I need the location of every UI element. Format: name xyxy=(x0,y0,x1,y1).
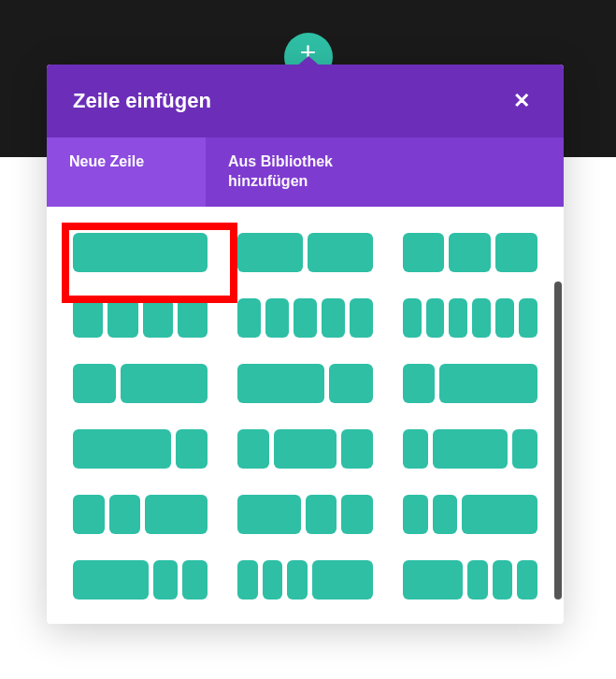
layout-column xyxy=(153,560,179,600)
modal-tabs: Neue Zeile Aus Bibliothek hinzufügen xyxy=(47,137,564,207)
layout-column xyxy=(312,560,373,600)
layout-column xyxy=(433,495,458,534)
layout-column xyxy=(308,233,373,272)
scrollbar-thumb[interactable] xyxy=(554,282,562,600)
layout-column xyxy=(426,298,445,338)
layout-column xyxy=(237,364,324,403)
layout-3-4-1-4[interactable] xyxy=(73,429,208,469)
layout-column xyxy=(237,429,269,469)
tab-new-row[interactable]: Neue Zeile xyxy=(47,137,206,207)
layout-column xyxy=(121,364,208,403)
modal-header: Zeile einfügen ✕ xyxy=(47,65,564,137)
layout-column xyxy=(449,233,491,272)
close-button[interactable]: ✕ xyxy=(506,85,537,117)
layout-column xyxy=(495,233,537,272)
layout-column xyxy=(403,429,428,469)
tab-from-library[interactable]: Aus Bibliothek hinzufügen xyxy=(206,137,365,207)
layout-column xyxy=(294,298,317,338)
layout-column xyxy=(403,495,428,534)
layout-column xyxy=(176,429,208,469)
layout-column xyxy=(467,560,488,600)
layout-column xyxy=(237,560,258,600)
modal-arrow xyxy=(295,56,322,67)
layout-column xyxy=(341,429,373,469)
layout-column xyxy=(322,298,345,338)
layout-column xyxy=(178,298,208,338)
layout-column xyxy=(237,495,300,534)
layout-column xyxy=(109,495,141,534)
layout-column xyxy=(350,298,373,338)
layout-column xyxy=(274,429,337,469)
layout-column xyxy=(306,495,337,534)
layout-1-2-1-6-1-6-1-6[interactable] xyxy=(403,560,537,600)
layout-column xyxy=(145,495,208,534)
modal-title: Zeile einfügen xyxy=(73,89,211,113)
layout-column xyxy=(143,298,173,338)
layout-column xyxy=(287,560,308,600)
layout-column xyxy=(462,495,537,534)
layout-1-5-3-5-1-5[interactable] xyxy=(403,429,537,469)
layout-column xyxy=(403,298,422,338)
layout-1-3-2-3[interactable] xyxy=(73,364,208,403)
layout-3-col[interactable] xyxy=(403,233,537,272)
layout-6-col[interactable] xyxy=(403,298,537,338)
layout-5-col[interactable] xyxy=(237,298,372,338)
layout-column xyxy=(512,429,537,469)
layout-column xyxy=(403,560,464,600)
layout-1-col[interactable] xyxy=(73,233,208,272)
layout-1-4-1-4-1-2[interactable] xyxy=(73,495,208,534)
layout-4-col[interactable] xyxy=(73,298,208,338)
layout-column xyxy=(433,429,509,469)
layout-1-4-3-4[interactable] xyxy=(403,364,537,403)
layout-column xyxy=(73,560,149,600)
layout-column xyxy=(519,298,537,338)
layout-column xyxy=(449,298,467,338)
layout-column xyxy=(73,298,103,338)
layout-2-3-1-3[interactable] xyxy=(237,364,372,403)
layout-column xyxy=(493,560,513,600)
layout-column xyxy=(107,298,137,338)
layout-1-2-1-4-1-4[interactable] xyxy=(237,495,372,534)
layout-column xyxy=(263,560,283,600)
layout-1-6-1-6-1-6-1-2[interactable] xyxy=(237,560,372,600)
layout-column xyxy=(237,233,303,272)
layout-column xyxy=(73,364,116,403)
layout-3-5-1-5-1-5[interactable] xyxy=(73,560,208,600)
layout-column xyxy=(403,364,436,403)
layout-2-col[interactable] xyxy=(237,233,372,272)
layout-1-5-1-5-3-5[interactable] xyxy=(403,495,537,534)
close-icon: ✕ xyxy=(513,89,530,112)
layout-column xyxy=(182,560,208,600)
layout-column xyxy=(329,364,372,403)
layout-column xyxy=(517,560,537,600)
layout-column xyxy=(439,364,537,403)
layout-column xyxy=(73,429,171,469)
layout-column xyxy=(472,298,491,338)
layouts-grid xyxy=(73,233,537,600)
layout-column xyxy=(495,298,514,338)
layout-1-4-1-2-1-4[interactable] xyxy=(237,429,372,469)
layout-column xyxy=(73,233,208,272)
layout-column xyxy=(265,298,289,338)
layout-column xyxy=(73,495,105,534)
layout-column xyxy=(237,298,261,338)
layout-column xyxy=(341,495,373,534)
layout-column xyxy=(403,233,445,272)
insert-row-modal: Zeile einfügen ✕ Neue Zeile Aus Biblioth… xyxy=(47,65,564,624)
layouts-panel xyxy=(47,207,564,624)
